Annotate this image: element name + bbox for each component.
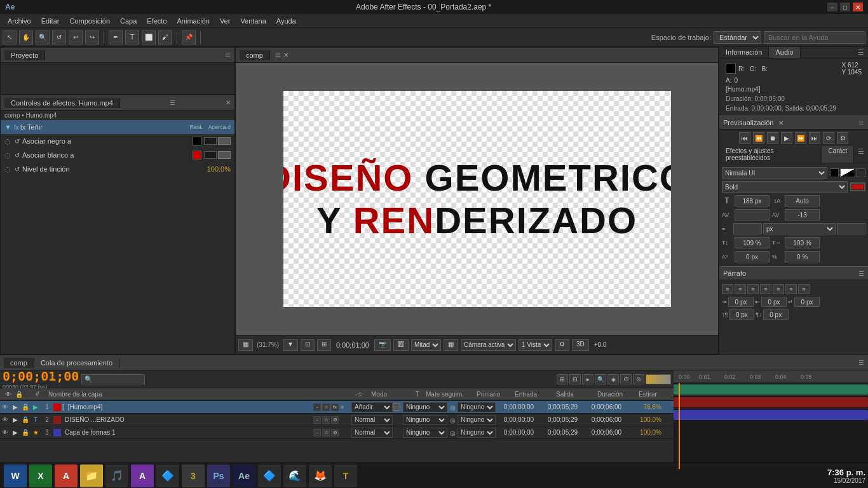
project-panel-close[interactable]: ☰: [225, 51, 231, 58]
vertical-scale-input[interactable]: [735, 237, 770, 248]
preview-first-btn[interactable]: ⏮: [739, 132, 750, 144]
layer-2-ctrl-2[interactable]: ☆: [322, 416, 330, 424]
carac-tab[interactable]: Caráct: [822, 146, 854, 163]
preview-next-frame-btn[interactable]: ⏩: [795, 132, 806, 144]
comp-panel-close[interactable]: ✕: [283, 51, 288, 58]
param-reset-icon[interactable]: ↺: [15, 138, 20, 145]
paragraph-tab[interactable]: Párrafo: [723, 269, 746, 277]
color-swatch-black[interactable]: [193, 137, 201, 146]
tl-btn-7[interactable]: ⊙: [633, 374, 644, 384]
fit-btn[interactable]: ⊡: [301, 339, 315, 351]
layer-3-ctrl-1[interactable]: -: [313, 429, 321, 437]
menu-archivo[interactable]: Archivo: [3, 16, 36, 26]
preview-tab[interactable]: Previsualización: [723, 119, 773, 126]
param-control-3[interactable]: [204, 151, 217, 159]
tl-btn-1[interactable]: ⊞: [557, 374, 568, 384]
layer-1-motion[interactable]: ⌀: [340, 403, 344, 411]
layer-3-ctrl-3[interactable]: ⊘: [331, 429, 339, 437]
tl-btn-3[interactable]: ▸: [582, 374, 593, 384]
px-input[interactable]: [733, 223, 762, 234]
transparency-btn[interactable]: ▦: [444, 339, 458, 351]
tint-expand-icon[interactable]: ▼: [4, 123, 11, 131]
horizontal-scale-input[interactable]: [785, 237, 820, 248]
timeline-timecode[interactable]: 0;00;01;00: [3, 369, 79, 384]
param-value-3[interactable]: 100.0%: [207, 165, 231, 173]
font-stroke-preview[interactable]: [840, 168, 855, 177]
font-fill-color[interactable]: [830, 168, 839, 177]
layer-1-t-box[interactable]: [393, 403, 400, 411]
layer-2-mode-select[interactable]: Normal: [351, 415, 393, 425]
baseline-input[interactable]: [735, 251, 770, 262]
comp-panel-menu[interactable]: ☰: [275, 51, 281, 58]
taskbar-photoshop[interactable]: Ps: [207, 464, 230, 487]
maximize-button[interactable]: □: [840, 3, 850, 11]
search-input[interactable]: [764, 31, 865, 44]
about-button[interactable]: Acerca d: [208, 124, 231, 130]
taskbar-browser[interactable]: 🌊: [283, 464, 306, 487]
layer-2-ctrl-1[interactable]: -: [313, 416, 321, 424]
tool-undo[interactable]: ↩: [69, 30, 83, 44]
tool-select[interactable]: ↖: [3, 30, 17, 44]
taskbar-app6[interactable]: 🔷: [156, 464, 179, 487]
align-left-btn[interactable]: ≡: [722, 284, 733, 294]
close-button[interactable]: ✕: [853, 3, 863, 11]
comp-tab[interactable]: comp: [240, 50, 270, 60]
layer-1-fx[interactable]: fx: [331, 403, 339, 411]
tl-btn-2[interactable]: ⊡: [569, 374, 581, 384]
menu-ventana[interactable]: Ventana: [235, 16, 271, 26]
taskbar-toplink[interactable]: T: [334, 464, 357, 487]
tool-puppet[interactable]: 📌: [182, 30, 196, 44]
reset-button[interactable]: Rest.: [189, 124, 203, 130]
project-tab[interactable]: Proyecto: [4, 50, 45, 60]
timeline-search[interactable]: [81, 374, 145, 384]
comp-timeline-tab[interactable]: comp: [4, 358, 34, 368]
effects-panel-close[interactable]: ✕: [226, 99, 231, 106]
paragraph-menu[interactable]: ☰: [858, 270, 864, 277]
layer-2-prim-select[interactable]: Ninguno: [458, 415, 496, 425]
camera-select[interactable]: Cámara activa: [461, 339, 516, 351]
indent-right-input[interactable]: [761, 297, 787, 307]
layer-3-ctrl-2[interactable]: ☆: [322, 429, 330, 437]
layer-3-prim-eye-icon[interactable]: ◎: [450, 430, 456, 437]
taskbar-3dsmax[interactable]: 3: [182, 464, 205, 487]
layer-1-prim-eye-icon[interactable]: ◎: [450, 404, 456, 411]
preview-settings-btn[interactable]: ⚙: [837, 132, 848, 144]
timecode-display[interactable]: 0;00;01;00: [336, 341, 369, 349]
view-select[interactable]: 1 Vista: [519, 339, 552, 351]
layer-2-name[interactable]: DISEÑO ...ERIZADO: [62, 416, 313, 423]
indent-left-input[interactable]: [728, 297, 754, 307]
layer-1-mode-select[interactable]: Añadir: [351, 402, 393, 412]
tool-brush[interactable]: 🖌: [158, 30, 172, 44]
preview-prev-btn[interactable]: ⏪: [753, 132, 764, 144]
justify-right-btn[interactable]: ≡: [785, 284, 797, 294]
snapshot-btn[interactable]: 📷: [374, 339, 391, 351]
leading-input[interactable]: [785, 195, 820, 207]
tl-btn-5[interactable]: ◈: [607, 374, 619, 384]
layer-2-prim-eye-icon[interactable]: ◎: [450, 417, 456, 424]
timeline-menu[interactable]: ☰: [858, 359, 864, 366]
tool-redo[interactable]: ↪: [85, 30, 99, 44]
px-unit-select[interactable]: px: [763, 223, 836, 234]
layer-3-lock[interactable]: 🔒: [20, 429, 31, 436]
preview-close[interactable]: ✕: [778, 119, 783, 126]
comp-grid-btn[interactable]: ▦: [238, 339, 253, 351]
layer-1-expand[interactable]: ▶: [10, 403, 20, 410]
justify-center-btn[interactable]: ≡: [773, 284, 784, 294]
layer-1-mate-select[interactable]: Ninguno: [403, 402, 447, 412]
align-right-btn[interactable]: ≡: [747, 284, 759, 294]
tl-btn-4[interactable]: 🔍: [595, 374, 606, 384]
indent-first-input[interactable]: [794, 297, 820, 307]
taskbar-aftereffects[interactable]: Ae: [233, 464, 255, 487]
font-size-input[interactable]: [735, 195, 770, 207]
tool-shape[interactable]: ⬜: [142, 30, 156, 44]
info-panel-menu[interactable]: ☰: [854, 47, 868, 58]
show-snapshot-btn[interactable]: 🖼: [393, 339, 409, 351]
layer-3-name[interactable]: Capa de formas 1: [62, 429, 313, 436]
px-input2[interactable]: [837, 223, 865, 234]
space-before-input[interactable]: [729, 309, 754, 320]
comp-settings-btn[interactable]: ⚙: [555, 339, 569, 351]
tool-pen[interactable]: ✒: [109, 30, 123, 44]
param-reset-icon-2[interactable]: ↺: [15, 152, 20, 159]
menu-composicion[interactable]: Composición: [64, 16, 115, 26]
font-family-select[interactable]: Nirmala UI: [722, 167, 827, 179]
